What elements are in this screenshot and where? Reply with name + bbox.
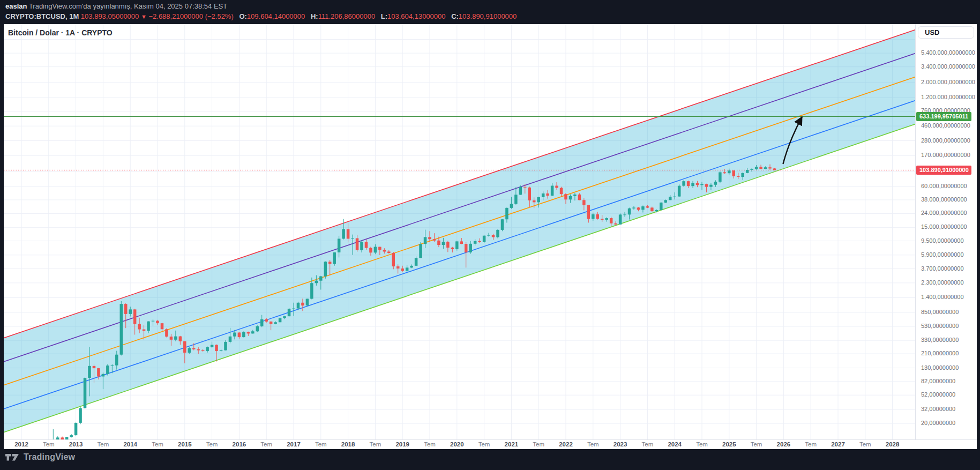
chart-legend-title[interactable]: Bitcoin / Dolar · 1A · CRYPTO (8, 28, 113, 37)
price-tick-label: 460.000,00000000 (921, 122, 970, 129)
open-label: O: (239, 12, 246, 20)
year-label: 2019 (395, 441, 409, 447)
publish-header: easlan TradingView.com'da yayınlanmış, K… (5, 2, 517, 22)
price-tick-label: 15.000,00000000 (921, 223, 967, 230)
price-scale[interactable]: USD 633.199,95705011 103.890,91000000 5.… (915, 24, 977, 439)
price-tick-label: 9.500,00000000 (921, 237, 964, 244)
price-tick-label: 32,00000000 (921, 406, 955, 412)
low-value: 103.604,13000000 (387, 12, 445, 20)
price-tick-label: 1.400,00000000 (921, 294, 964, 300)
july-label: Tem (43, 441, 55, 447)
high-label: H: (311, 12, 318, 20)
year-label: 2020 (450, 441, 464, 447)
chart-panel: Bitcoin / Dolar · 1A · CRYPTO USD 633.19… (4, 24, 977, 449)
year-label: 2013 (69, 441, 83, 447)
price-tick-label: 82,00000000 (921, 378, 955, 384)
year-label: 2022 (559, 441, 573, 447)
year-label: 2018 (341, 441, 355, 447)
down-triangle-icon: ▼ (141, 13, 147, 20)
price-tick-label: 3.400.000,00000000 (921, 63, 975, 70)
july-label: Tem (587, 441, 599, 447)
tradingview-logo-icon (5, 452, 19, 462)
close-label: C: (451, 12, 459, 20)
price-tick-label: 210,00000000 (921, 350, 959, 356)
ticker-change: −2.688,21000000 (−2.52%) (148, 12, 233, 20)
july-label: Tem (370, 441, 381, 447)
july-label: Tem (805, 441, 817, 447)
ticker-row: CRYPTO:BTCUSD, 1M 103.893,05000000 ▼ −2.… (5, 11, 517, 22)
currency-button[interactable]: USD (918, 26, 974, 39)
year-label: 2015 (178, 441, 192, 447)
close-value: 103.890,91000000 (459, 12, 517, 20)
price-tick-label: 280.000,00000000 (921, 137, 970, 144)
price-tick-label: 38.000,00000000 (921, 196, 967, 203)
year-label: 2016 (233, 441, 246, 447)
tradingview-logo-text: TradingView (24, 452, 75, 462)
price-tick-label: 5.400.000,00000000 (921, 49, 975, 56)
price-tick-label: 2.000.000,00000000 (921, 79, 975, 85)
year-label: 2023 (614, 441, 627, 447)
year-label: 2026 (777, 441, 791, 447)
july-label: Tem (206, 441, 218, 447)
year-label: 2021 (505, 441, 519, 447)
price-tick-label: 20,00000000 (921, 420, 955, 426)
ticker-symbol: CRYPTO:BTCUSD, 1M (5, 12, 79, 20)
price-tick-label: 52,00000000 (921, 391, 955, 398)
last-price-badge: 103.890,91000000 (916, 166, 971, 175)
year-label: 2014 (123, 441, 137, 447)
open-value: 109.604,14000000 (247, 12, 305, 20)
price-tick-label: 2.300,00000000 (921, 279, 964, 286)
july-label: Tem (642, 441, 654, 447)
year-label: 2017 (287, 441, 301, 447)
chart-canvas[interactable] (4, 24, 915, 439)
time-scale[interactable]: 2012Tem2013Tem2014Tem2015Tem2016Tem2017T… (4, 439, 977, 449)
tradingview-footer[interactable]: TradingView (5, 452, 75, 462)
publish-text: TradingView.com'da yayınlanmış, Kasım 04… (29, 2, 227, 10)
july-label: Tem (478, 441, 490, 447)
author-name: easlan (5, 2, 27, 10)
price-tick-label: 530,00000000 (921, 323, 959, 329)
price-tick-label: 130,00000000 (921, 364, 959, 371)
year-label: 2012 (14, 441, 28, 447)
price-tick-label: 24.000,00000000 (921, 210, 967, 216)
price-tick-label: 1.200.000,00000000 (921, 94, 975, 100)
high-value: 111.206,86000000 (318, 12, 376, 20)
ticker-price: 103.893,05000000 (81, 12, 139, 20)
price-tick-label: 330,00000000 (921, 337, 959, 343)
july-label: Tem (98, 441, 109, 447)
target-price-badge: 633.199,95705011 (916, 112, 971, 121)
price-tick-label: 3.700,00000000 (921, 265, 964, 272)
july-label: Tem (751, 441, 762, 447)
year-label: 2024 (668, 441, 682, 447)
july-label: Tem (260, 441, 272, 447)
low-label: L: (381, 12, 387, 20)
publish-info: easlan TradingView.com'da yayınlanmış, K… (5, 2, 517, 11)
price-tick-label: 850,00000000 (921, 309, 959, 315)
price-tick-label: 170.000,00000000 (921, 152, 970, 158)
price-tick-label: 60.000,00000000 (921, 183, 967, 189)
july-label: Tem (424, 441, 436, 447)
july-label: Tem (152, 441, 163, 447)
year-label: 2025 (722, 441, 736, 447)
july-label: Tem (859, 441, 871, 447)
year-label: 2027 (831, 441, 845, 447)
july-label: Tem (315, 441, 327, 447)
price-tick-label: 5.900,00000000 (921, 251, 964, 258)
july-label: Tem (696, 441, 708, 447)
year-label: 2028 (886, 441, 900, 447)
july-label: Tem (533, 441, 544, 447)
